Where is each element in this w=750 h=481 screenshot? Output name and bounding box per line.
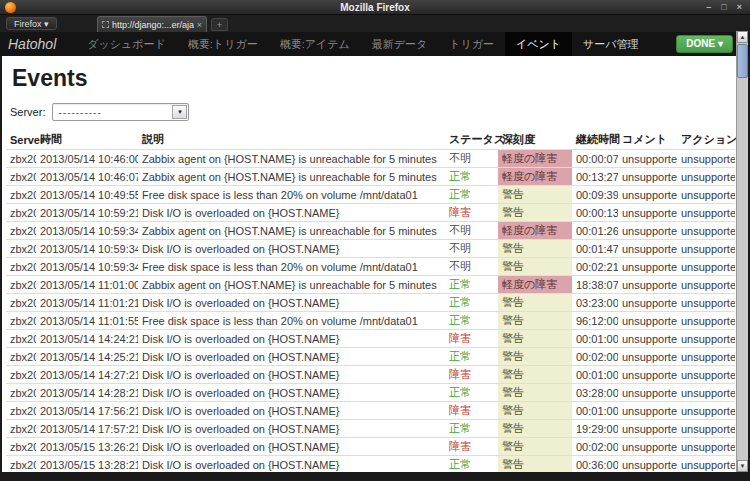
server-filter-row: Server: ---------- ▼	[10, 103, 189, 121]
cell-duration: 00:00:07	[572, 150, 618, 168]
cell-duration: 03:28:00	[572, 384, 618, 402]
cell-server: zbx20	[6, 222, 36, 240]
cell-duration: 19:29:00	[572, 420, 618, 438]
nav-item-overview-item[interactable]: 概要:アイテム	[269, 32, 361, 56]
cell-action: unsupported	[677, 204, 735, 222]
cell-action: unsupported	[677, 348, 735, 366]
column-header: アクション	[677, 130, 735, 150]
cell-comment: unsupported	[618, 186, 677, 204]
firefox-menu-button[interactable]: Firefox ▾	[6, 17, 57, 30]
table-body: zbx202013/05/14 10:46:00Zabbix agent on …	[6, 150, 735, 473]
cell-severity: 警告	[498, 366, 572, 384]
cell-time: 2013/05/15 13:28:21	[36, 456, 138, 473]
done-button[interactable]: DONE ▾	[676, 35, 733, 53]
cell-time: 2013/05/14 10:49:55	[36, 186, 138, 204]
hatohol-brand: Hatohol	[8, 36, 56, 52]
cell-description: Zabbix agent on {HOST.NAME} is unreachab…	[138, 150, 445, 168]
event-row: zbx202013/05/14 10:46:07Zabbix agent on …	[6, 168, 735, 186]
close-window-button-icon[interactable]: ×	[737, 2, 742, 13]
cell-description: Free disk space is less than 20% on volu…	[138, 258, 445, 276]
cell-status: 不明	[445, 258, 498, 276]
cell-severity: 警告	[498, 456, 572, 473]
new-tab-button[interactable]: +	[211, 18, 228, 31]
cell-comment: unsupported	[618, 240, 677, 258]
scrollbar-thumb[interactable]	[737, 44, 748, 78]
cell-severity: 警告	[498, 420, 572, 438]
cell-status: 障害	[445, 204, 498, 222]
cell-action: unsupported	[677, 384, 735, 402]
cell-description: Disk I/O is overloaded on {HOST.NAME}	[138, 294, 445, 312]
cell-action: unsupported	[677, 294, 735, 312]
cell-server: zbx20	[6, 366, 36, 384]
cell-action: unsupported	[677, 258, 735, 276]
cell-status: 不明	[445, 240, 498, 258]
nav-item-server-admin[interactable]: サーバ管理	[572, 32, 650, 56]
browser-tab[interactable]: http://django:...er/ajax_events ×	[97, 16, 207, 32]
column-header: 時間	[36, 130, 138, 150]
tab-close-icon[interactable]: ×	[197, 20, 202, 30]
cell-server: zbx20	[6, 168, 36, 186]
cell-status: 正常	[445, 384, 498, 402]
cell-server: zbx20	[6, 240, 36, 258]
cell-comment: unsupported	[618, 312, 677, 330]
cell-server: zbx20	[6, 186, 36, 204]
event-row: zbx202013/05/14 14:25:21Disk I/O is over…	[6, 348, 735, 366]
cell-duration: 03:23:00	[572, 294, 618, 312]
minimize-button-icon[interactable]: –	[706, 2, 711, 13]
cell-action: unsupported	[677, 168, 735, 186]
cell-action: unsupported	[677, 330, 735, 348]
scroll-up-arrow-icon[interactable]: ▲	[737, 31, 748, 43]
tab-title: http://django:...er/ajax_events	[112, 20, 194, 30]
event-row: zbx202013/05/15 13:26:21Disk I/O is over…	[6, 438, 735, 456]
nav-item-overview-trigger[interactable]: 概要:トリガー	[177, 32, 269, 56]
cell-severity: 警告	[498, 186, 572, 204]
event-row: zbx202013/05/14 17:56:21Disk I/O is over…	[6, 402, 735, 420]
cell-comment: unsupported	[618, 438, 677, 456]
cell-duration: 00:02:00	[572, 348, 618, 366]
window-title: Mozilla Firefox	[0, 2, 750, 13]
cell-comment: unsupported	[618, 276, 677, 294]
cell-comment: unsupported	[618, 222, 677, 240]
scroll-down-arrow-icon[interactable]: ▼	[737, 460, 748, 472]
cell-severity: 警告	[498, 240, 572, 258]
event-row: zbx202013/05/14 11:01:21Disk I/O is over…	[6, 294, 735, 312]
cell-time: 2013/05/14 11:01:55	[36, 312, 138, 330]
nav-item-latest-data[interactable]: 最新データ	[361, 32, 439, 56]
vertical-scrollbar[interactable]: ▲ ▼	[736, 31, 748, 472]
nav-item-trigger[interactable]: トリガー	[438, 32, 505, 56]
cell-duration: 00:02:21	[572, 258, 618, 276]
server-select[interactable]: ---------- ▼	[52, 103, 189, 121]
cell-server: zbx20	[6, 276, 36, 294]
event-row: zbx202013/05/14 10:59:34Free disk space …	[6, 258, 735, 276]
cell-action: unsupported	[677, 456, 735, 473]
event-row: zbx202013/05/14 14:28:21Disk I/O is over…	[6, 384, 735, 402]
cell-server: zbx20	[6, 384, 36, 402]
window-titlebar: Mozilla Firefox – □ ×	[0, 0, 750, 15]
cell-severity: 軽度の障害	[498, 276, 572, 294]
cell-status: 障害	[445, 330, 498, 348]
event-row: zbx202013/05/15 13:28:21Disk I/O is over…	[6, 456, 735, 473]
column-header: 継続時間	[572, 130, 618, 150]
cell-action: unsupported	[677, 438, 735, 456]
cell-duration: 00:00:13	[572, 204, 618, 222]
cell-description: Disk I/O is overloaded on {HOST.NAME}	[138, 438, 445, 456]
cell-time: 2013/05/14 10:59:34	[36, 222, 138, 240]
column-header: 深刻度	[498, 130, 572, 150]
select-dropdown-arrow-icon: ▼	[172, 105, 187, 119]
cell-duration: 18:38:07	[572, 276, 618, 294]
cell-action: unsupported	[677, 222, 735, 240]
maximize-button-icon[interactable]: □	[721, 2, 726, 13]
cell-action: unsupported	[677, 402, 735, 420]
done-button-label: DONE	[686, 38, 715, 49]
nav-item-dashboard[interactable]: ダッシュボード	[76, 32, 177, 56]
browser-tabbar: Firefox ▾ http://django:...er/ajax_event…	[0, 15, 750, 32]
cell-duration: 00:02:00	[572, 438, 618, 456]
cell-description: Free disk space is less than 20% on volu…	[138, 186, 445, 204]
event-row: zbx202013/05/14 10:59:21Disk I/O is over…	[6, 204, 735, 222]
window-controls: – □ ×	[706, 2, 742, 13]
cell-status: 正常	[445, 456, 498, 473]
nav-item-events[interactable]: イベント	[505, 32, 572, 56]
server-filter-label: Server:	[10, 106, 45, 118]
cell-server: zbx20	[6, 294, 36, 312]
event-row: zbx202013/05/14 10:46:00Zabbix agent on …	[6, 150, 735, 168]
